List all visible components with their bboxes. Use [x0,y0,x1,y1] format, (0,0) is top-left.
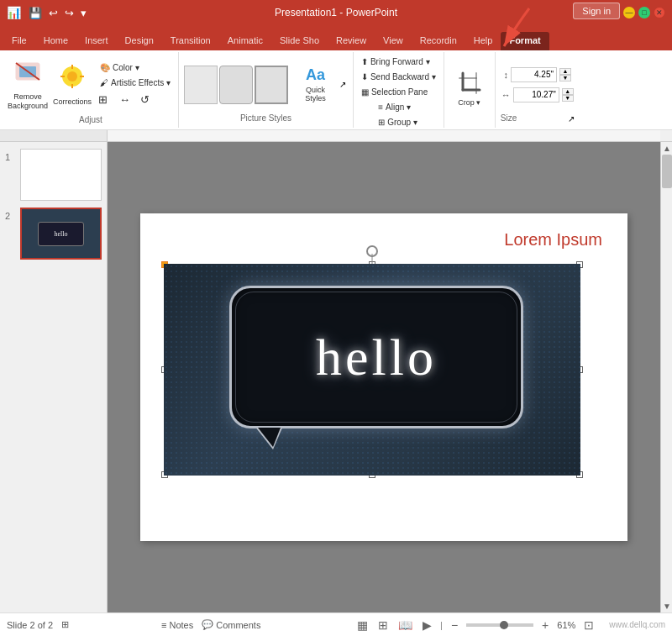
tab-slideshow[interactable]: Slide Sho [271,32,328,50]
tab-view[interactable]: View [375,32,412,50]
notes-icon: ≡ [161,620,166,630]
quick-styles-button[interactable]: Aa QuickStyles [297,56,334,113]
pic-style-3[interactable] [255,66,288,104]
ribbon: RemoveBackground Corrections [0,50,672,130]
size-dialog-button[interactable]: ↗ [568,114,575,124]
artistic-effects-button[interactable]: 🖌 Artistic Effects ▾ [96,76,175,90]
title-bar-left: 📊 💾 ↩ ↪ ▾ [7,5,89,21]
size-content: ↕ ▲ ▼ ↔ ▲ ▼ [501,55,574,113]
height-up-button[interactable]: ▲ [559,68,571,75]
accessibility-button[interactable]: ⊞ [61,619,69,630]
color-button[interactable]: 🎨 Color ▾ [96,60,175,75]
send-backward-button[interactable]: ⬇ Send Backward ▾ [357,70,440,84]
remove-bg-label: RemoveBackground [8,92,48,111]
bring-forward-label: Bring Forward ▾ [370,57,430,66]
selection-pane-icon: ▦ [361,87,369,97]
separator: | [440,620,443,630]
comments-button[interactable]: 💬 Comments [202,619,260,630]
view-outline-button[interactable]: ⊞ [376,617,390,633]
tab-animatic[interactable]: Animatic [219,32,271,50]
view-reading-button[interactable]: 📖 [396,617,414,633]
picture-styles-dialog-button[interactable]: ↗ [338,78,348,91]
scroll-thumb[interactable] [662,155,672,188]
canvas-area[interactable]: Lorem Ipsum [108,142,660,612]
undo-button[interactable]: ↩ [46,5,60,21]
app-icon: 📊 [7,6,21,19]
picture-style-thumbnails [184,66,293,104]
size-footer: Size ↗ [501,113,575,124]
width-up-button[interactable]: ▲ [562,88,574,95]
change-icon: ↔ [119,93,130,106]
hello-image: hello [164,264,580,476]
zoom-out-button[interactable]: − [449,617,459,633]
status-right: ▦ ⊞ 📖 ▶ | − + 61% ⊡ www.dellq.com [355,617,665,633]
slide-2-number: 2 [5,208,15,221]
fit-window-button[interactable]: ⊡ [582,617,596,633]
window-title: Presentation1 - PowerPoint [275,7,397,18]
zoom-slider[interactable] [466,623,533,627]
notes-label: Notes [169,620,193,630]
redo-button[interactable]: ↪ [62,5,76,21]
width-spinner: ▲ ▼ [562,88,574,102]
crop-button[interactable]: Crop ▾ [448,60,491,118]
view-normal-button[interactable]: ▦ [355,617,370,633]
pic-style-1[interactable] [184,66,218,104]
scroll-up-button[interactable]: ▲ [661,142,672,155]
selection-pane-button[interactable]: ▦ Selection Pane [357,85,440,99]
tab-transition[interactable]: Transition [162,32,219,50]
bubble-body: hello [229,286,523,428]
bubble-inner-ring [235,292,517,423]
tab-review[interactable]: Review [328,32,375,50]
pic-style-2[interactable] [219,66,253,104]
minimize-button[interactable]: — [623,7,635,18]
remove-background-button[interactable]: RemoveBackground [7,56,49,113]
sign-in-button[interactable]: Sign in [573,3,620,19]
scroll-down-button[interactable]: ▼ [661,600,672,612]
compress-pictures-button[interactable]: ⊞ [96,91,114,108]
width-down-button[interactable]: ▼ [562,95,574,102]
tab-insert[interactable]: Insert [76,32,117,50]
selection-pane-label: Selection Pane [371,87,428,97]
qat-more-button[interactable]: ▾ [78,5,89,21]
slide-thumb-1[interactable] [20,149,102,201]
bring-forward-button[interactable]: ⬆ Bring Forward ▾ [357,55,440,69]
maximize-button[interactable]: □ [638,7,650,18]
close-button[interactable]: ✕ [654,7,665,18]
notes-button[interactable]: ≡ Notes [161,620,193,630]
rotation-line [372,254,373,264]
tab-recording[interactable]: Recordin [412,32,465,50]
svg-point-5 [67,71,77,81]
tab-home[interactable]: Home [35,32,76,50]
ribbon-group-adjust: RemoveBackground Corrections [3,52,179,128]
group-button[interactable]: ⊞ Group ▾ [374,115,423,129]
slide-thumb-2[interactable]: hello [20,208,102,260]
bring-forward-icon: ⬆ [361,57,368,66]
height-down-button[interactable]: ▼ [559,75,571,81]
change-picture-button[interactable]: ↔ [117,91,135,108]
width-input[interactable] [513,87,559,102]
slide-title-text: Lorem Ipsum [504,230,602,250]
slide-1-content [58,165,65,185]
main-area: 1 2 hello Lorem Ipsum [0,142,672,612]
scroll-track[interactable] [661,155,672,600]
corrections-button[interactable]: Corrections [51,56,93,113]
corrections-icon [59,63,86,96]
width-icon: ↔ [501,90,511,100]
adjust-label: Adjust [79,115,102,126]
image-selection-container[interactable]: hello [164,264,580,476]
tab-help[interactable]: Help [465,32,501,50]
save-button[interactable]: 💾 [26,5,45,21]
ribbon-group-arrange: ⬆ Bring Forward ▾ ⬇ Send Backward ▾ ▦ Se… [354,52,444,128]
reset-picture-button[interactable]: ↺ [138,91,156,108]
zoom-in-button[interactable]: + [540,617,550,633]
group-icon: ⊞ [378,118,385,127]
tab-format[interactable]: Format [501,32,549,50]
tab-file[interactable]: File [3,32,35,50]
height-input[interactable] [511,67,557,82]
align-button[interactable]: ≡ Align ▾ [374,100,423,114]
tab-design[interactable]: Design [117,32,162,50]
slide-2-container: 2 hello [5,208,102,260]
view-slide-button[interactable]: ▶ [421,617,433,633]
color-label: Color ▾ [113,63,139,72]
quick-styles-label: QuickStyles [305,86,326,102]
